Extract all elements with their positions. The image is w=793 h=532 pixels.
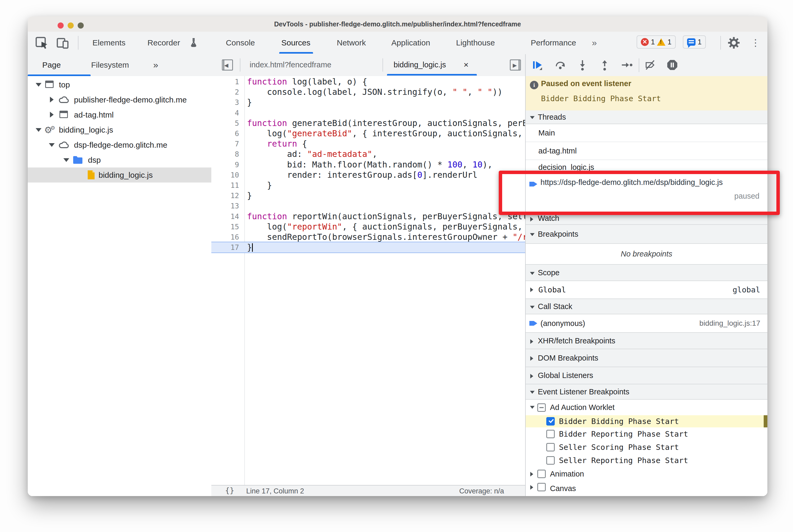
tree-item-dsp-folder[interactable]: dsp [28,152,211,168]
line-number[interactable]: 2 [211,87,239,97]
line-number[interactable]: 8 [211,149,239,159]
tree-item-dsp-domain[interactable]: dsp-fledge-demo.glitch.me [28,137,211,152]
tree-item-bidding-logic-file[interactable]: bidding_logic.js [28,168,211,183]
line-number[interactable]: 9 [211,159,239,170]
issues-badge[interactable]: 1 [683,35,706,49]
code-line[interactable]: 14function reportWin(auctionSignals, per… [211,211,525,222]
step-over-button[interactable] [554,59,566,71]
kebab-menu-icon[interactable]: ⋮ [748,32,763,54]
line-number[interactable]: 15 [211,222,239,232]
chevron-right-icon[interactable] [50,112,54,117]
line-number[interactable]: 12 [211,190,239,201]
tab-elements[interactable]: Elements [90,32,128,54]
code-line[interactable]: 16 sendReportTo(browserSignals.interestG… [211,232,525,242]
console-status-badge[interactable]: ✕ 1 1 [637,35,676,49]
tab-recorder[interactable]: Recorder [144,32,184,54]
tree-item-bidding-logic-worklet[interactable]: ⚙⚙ bidding_logic.js [28,122,211,137]
line-number[interactable]: 5 [211,118,239,128]
editor-tab-index-html[interactable]: index.html?fencedframe [250,54,332,76]
tab-application[interactable]: Application [387,32,435,54]
code-line[interactable]: 1function log(label, o) { [211,77,525,87]
line-number[interactable]: 4 [211,108,239,118]
canvas-row[interactable]: Canvas [526,481,767,496]
code-line[interactable]: 13 [211,201,525,211]
close-tab-icon[interactable]: × [464,54,469,76]
step-out-button[interactable] [599,59,611,71]
animation-checkbox[interactable] [537,470,546,478]
deactivate-breakpoints-button[interactable] [644,59,656,71]
scope-global-row[interactable]: Global global [526,281,767,299]
chevron-down-icon[interactable] [63,158,69,162]
event-listener-breakpoints-header[interactable]: Event Listener Breakpoints [526,384,767,400]
pretty-print-icon[interactable]: {} [225,486,234,495]
bidder-reporting-phase-checkbox[interactable] [546,430,555,438]
xhr-breakpoints-header[interactable]: XHR/fetch Breakpoints [526,332,767,349]
sidebar-tab-filesystem[interactable]: Filesystem [91,54,129,76]
tab-console[interactable]: Console [221,32,260,54]
canvas-checkbox[interactable] [537,483,546,491]
ad-auction-worklet-row[interactable]: Ad Auction Worklet [526,400,767,415]
line-number[interactable]: 6 [211,128,239,139]
inspect-element-icon[interactable] [35,36,48,50]
more-tabs-chevron-icon[interactable]: » [586,32,602,54]
expand-debugger-icon[interactable]: ▶ [510,59,521,71]
code-line[interactable]: 17} [211,242,525,253]
call-stack-section-header[interactable]: Call Stack [526,299,767,314]
animation-row[interactable]: Animation [526,467,767,481]
line-number[interactable]: 1 [211,77,239,87]
device-toolbar-icon[interactable] [56,36,70,50]
global-listeners-header[interactable]: Global Listeners [526,367,767,384]
resume-script-button[interactable] [531,59,544,71]
line-number[interactable]: 3 [211,97,239,108]
bidder-reporting-phase-row[interactable]: Bidder Reporting Phase Start [526,428,767,441]
editor-tab-bidding-logic[interactable]: bidding_logic.js [394,54,446,76]
code-line[interactable]: 15 log("reportWin", { auctionSignals, pe… [211,222,525,232]
threads-header[interactable]: Threads [526,110,767,124]
code-line[interactable]: 12} [211,190,525,201]
line-number[interactable]: 11 [211,180,239,190]
call-stack-anonymous-row[interactable]: (anonymous) bidding_logic.js:17 [526,314,767,332]
scope-section-header[interactable]: Scope [526,264,767,281]
code-line[interactable]: 9 bid: Math.floor(Math.random() * 100, 1… [211,159,525,170]
sidebar-tab-page[interactable]: Page [42,54,61,76]
code-line[interactable]: 11 } [211,180,525,190]
code-line[interactable]: 4 [211,108,525,118]
gear-icon[interactable] [727,36,740,50]
dom-breakpoints-header[interactable]: DOM Breakpoints [526,349,767,367]
thread-row-ad-tag[interactable]: ad-tag.html [526,142,767,160]
pause-on-exceptions-button[interactable] [666,59,678,71]
thread-row-main[interactable]: Main [526,124,767,142]
line-number[interactable]: 14 [211,211,239,222]
code-line[interactable]: 2 console.log(label, JSON.stringify(o, "… [211,87,525,97]
code-line[interactable]: 6 log("generateBid", { interestGroup, au… [211,128,525,139]
step-into-button[interactable] [577,59,588,71]
tab-network[interactable]: Network [332,32,371,54]
code-editor[interactable]: 1function log(label, o) {2 console.log(l… [211,76,525,485]
chevron-down-icon[interactable] [49,143,55,147]
tree-item-top[interactable]: top [28,77,211,92]
line-number[interactable]: 10 [211,170,239,180]
code-line[interactable]: 7 return { [211,139,525,149]
line-number[interactable]: 13 [211,201,239,211]
code-line[interactable]: 3} [211,97,525,108]
tab-sources[interactable]: Sources [276,32,316,54]
tree-item-publisher-domain[interactable]: publisher-fledge-demo.glitch.me [28,92,211,107]
breakpoints-section-header[interactable]: Breakpoints [526,225,767,244]
step-button[interactable] [621,59,633,71]
ad-auction-worklet-checkbox[interactable] [537,403,546,412]
seller-scoring-phase-checkbox[interactable] [546,443,555,452]
code-line[interactable]: 8 ad: "ad-metadata", [211,149,525,159]
line-number[interactable]: 17 [211,242,239,252]
bidder-bidding-phase-checkbox[interactable] [546,417,555,425]
seller-reporting-phase-checkbox[interactable] [546,456,555,464]
bidder-bidding-phase-row[interactable]: Bidder Bidding Phase Start [526,415,767,428]
seller-scoring-phase-row[interactable]: Seller Scoring Phase Start [526,441,767,454]
chevron-down-icon[interactable] [36,83,41,87]
line-number[interactable]: 7 [211,139,239,149]
tree-item-ad-tag[interactable]: ad-tag.html [28,107,211,122]
line-number[interactable]: 16 [211,232,239,242]
tab-lighthouse[interactable]: Lighthouse [452,32,499,54]
chevron-right-icon[interactable] [50,97,54,102]
collapse-navigator-icon[interactable]: ◀ [222,59,233,71]
sidebar-more-tabs-chevron-icon[interactable]: » [153,54,158,76]
